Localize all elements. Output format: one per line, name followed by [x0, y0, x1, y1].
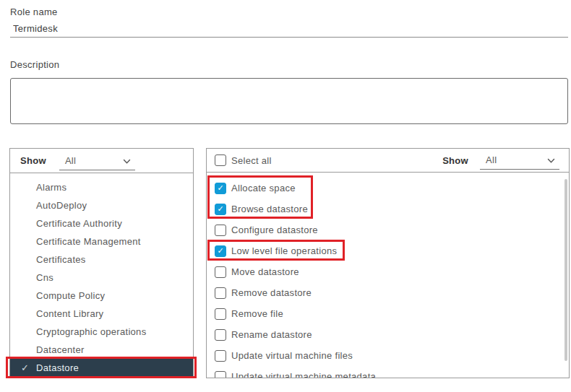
privilege-checkbox[interactable] [215, 371, 226, 379]
category-filter-dropdown[interactable]: All [59, 155, 135, 170]
category-item-label: Compute Policy [36, 290, 105, 301]
privilege-checkbox[interactable] [215, 266, 226, 278]
privilege-row: Update virtual machine files [207, 345, 569, 366]
category-item[interactable]: Certificate Authority [10, 214, 193, 232]
privilege-label: Low level file operations [231, 245, 337, 256]
privilege-row: Rename datastore [207, 324, 569, 345]
role-name-input[interactable] [10, 20, 568, 38]
privilege-checkbox[interactable] [215, 225, 226, 236]
privilege-row: ✓Allocate space [207, 178, 569, 199]
privilege-checkbox[interactable]: ✓ [215, 183, 226, 194]
privilege-label: Rename datastore [231, 329, 312, 340]
category-item[interactable]: Certificate Management [10, 232, 193, 251]
privilege-row: ✓Browse datastore [207, 199, 569, 219]
privilege-row: Configure datastore [207, 219, 569, 240]
description-textarea[interactable] [10, 78, 568, 124]
privilege-row: Move datastore [207, 261, 569, 282]
privilege-label: Move datastore [231, 266, 299, 277]
category-item-label: Datacenter [36, 344, 85, 355]
privilege-label: Allocate space [231, 183, 296, 193]
privileges-panel-header: Select all Show All [207, 149, 569, 173]
privileges-panel: Select all Show All ✓Allocate space✓Brow… [206, 148, 570, 378]
checkmark-icon: ✓ [217, 205, 223, 213]
privilege-list: ✓Allocate space✓Browse datastoreConfigur… [207, 173, 569, 378]
privileges-filter-dropdown[interactable]: All [480, 154, 559, 170]
privilege-row: Remove file [207, 303, 569, 324]
category-item-label: Certificates [36, 254, 86, 265]
role-name-label: Role name [10, 6, 58, 17]
category-panel: Show All AlarmsAutoDeployCertificate Aut… [9, 148, 194, 378]
privilege-checkbox[interactable]: ✓ [215, 204, 226, 215]
privilege-label: Update virtual machine files [231, 350, 353, 361]
category-item[interactable]: AutoDeploy [10, 196, 193, 214]
category-list: AlarmsAutoDeployCertificate AuthorityCer… [10, 173, 193, 377]
category-item[interactable]: Content Library [10, 305, 193, 323]
privilege-checkbox[interactable] [215, 329, 226, 341]
show-label-right: Show [442, 155, 468, 166]
chevron-down-icon [547, 158, 555, 164]
select-all-label: Select all [231, 155, 272, 166]
category-item[interactable]: Cns [10, 269, 193, 287]
category-panel-header: Show All [10, 149, 193, 173]
privileges-show-group: Show All [442, 149, 569, 172]
category-item-label: Datastore [36, 362, 79, 373]
privilege-row: Remove datastore [207, 282, 569, 303]
show-label-left: Show [20, 155, 46, 166]
checkmark-icon: ✓ [217, 247, 223, 255]
category-item-label: Alarms [36, 182, 66, 193]
chevron-down-icon [123, 159, 131, 165]
scrollbar-thumb[interactable] [564, 179, 567, 361]
checkmark-icon: ✓ [21, 359, 29, 377]
category-item[interactable]: Cryptographic operations [10, 323, 193, 341]
category-filter-value: All [65, 155, 76, 166]
category-item-label: Certificate Authority [36, 218, 122, 229]
privilege-label: Configure datastore [231, 225, 318, 235]
privilege-checkbox[interactable] [215, 350, 226, 362]
description-label: Description [10, 59, 59, 70]
category-item[interactable]: Compute Policy [10, 287, 193, 305]
category-item-label: Cns [36, 272, 53, 283]
select-all-checkbox[interactable] [215, 154, 226, 166]
privilege-row: ✓Low level file operations [207, 240, 569, 261]
privilege-label: Remove file [231, 308, 283, 319]
category-item[interactable]: ✓Datastore [10, 359, 193, 377]
privilege-checkbox[interactable] [215, 308, 226, 320]
category-item[interactable]: Certificates [10, 251, 193, 269]
privilege-label: Remove datastore [231, 287, 312, 298]
privilege-row: Update virtual machine metadata [207, 366, 569, 378]
privilege-checkbox[interactable]: ✓ [215, 245, 226, 257]
checkmark-icon: ✓ [217, 184, 223, 192]
category-item-label: AutoDeploy [36, 200, 87, 211]
category-item-label: Content Library [36, 308, 103, 319]
category-item-label: Cryptographic operations [36, 326, 146, 337]
privilege-label: Update virtual machine metadata [231, 371, 376, 378]
privilege-label: Browse datastore [231, 204, 308, 214]
category-item[interactable]: Alarms [10, 178, 193, 196]
category-item-label: Certificate Management [36, 236, 141, 247]
privileges-filter-value: All [486, 154, 497, 165]
privilege-checkbox[interactable] [215, 287, 226, 299]
category-item[interactable]: Datacenter [10, 341, 193, 359]
